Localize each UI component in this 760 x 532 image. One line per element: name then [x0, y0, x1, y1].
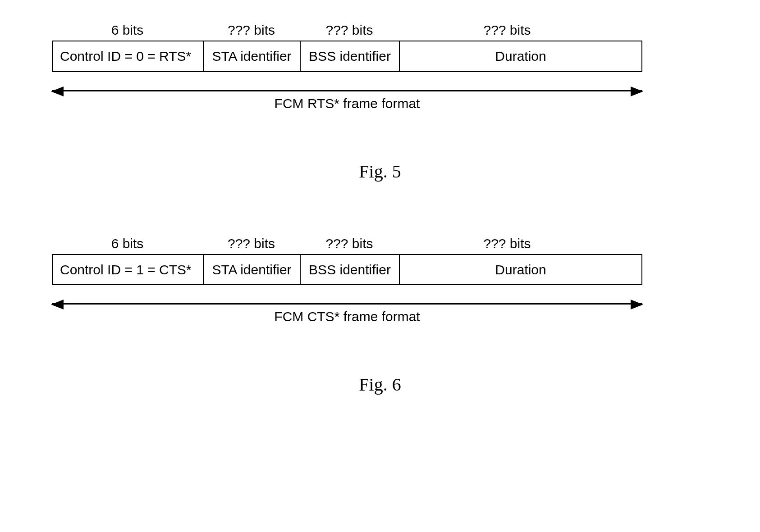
figure-caption: Fig. 6	[36, 374, 724, 395]
duration-cell: Duration	[400, 255, 641, 285]
bit-label: 6 bits	[52, 236, 203, 251]
bit-label: ??? bits	[300, 23, 399, 38]
frame-format-table: Control ID = 1 = CTS* STA identifier BSS…	[52, 254, 642, 286]
arrow-right-icon	[631, 300, 643, 309]
sta-identifier-cell: STA identifier	[204, 41, 301, 71]
control-id-cell: Control ID = 1 = CTS*	[53, 255, 204, 285]
arrow-line	[52, 303, 642, 305]
bit-label: ??? bits	[203, 23, 300, 38]
arrow-label: FCM RTS* frame format	[52, 96, 642, 111]
control-id-cell: Control ID = 0 = RTS*	[53, 41, 204, 71]
arrow-right-icon	[631, 86, 643, 96]
arrow-line	[52, 90, 642, 91]
arrow-left-icon	[51, 300, 64, 309]
bss-identifier-cell: BSS identifier	[301, 255, 400, 285]
figure-caption: Fig. 5	[36, 161, 724, 182]
bit-label: ??? bits	[203, 236, 300, 251]
double-arrow: FCM RTS* frame format	[52, 90, 642, 111]
bit-label: ??? bits	[300, 236, 399, 251]
bit-label: ??? bits	[399, 23, 615, 38]
sta-identifier-cell: STA identifier	[204, 255, 301, 285]
duration-cell: Duration	[400, 41, 641, 71]
arrow-left-icon	[51, 86, 64, 96]
bss-identifier-cell: BSS identifier	[301, 41, 400, 71]
frame-format-table: Control ID = 0 = RTS* STA identifier BSS…	[52, 41, 642, 72]
figure-5: 6 bits ??? bits ??? bits ??? bits Contro…	[36, 23, 724, 182]
double-arrow: FCM CTS* frame format	[52, 303, 642, 324]
arrow-label: FCM CTS* frame format	[52, 309, 642, 324]
bit-label: 6 bits	[52, 23, 203, 38]
bit-label: ??? bits	[399, 236, 615, 251]
bit-labels-row: 6 bits ??? bits ??? bits ??? bits	[36, 236, 724, 251]
bit-labels-row: 6 bits ??? bits ??? bits ??? bits	[36, 23, 724, 38]
figure-6: 6 bits ??? bits ??? bits ??? bits Contro…	[36, 236, 724, 396]
